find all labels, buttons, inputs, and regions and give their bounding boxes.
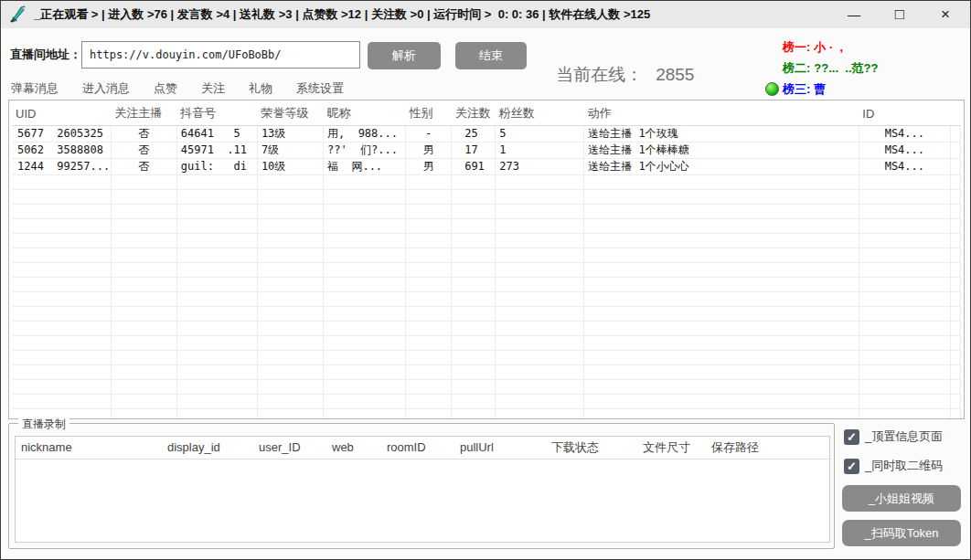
recording-groupbox: 直播录制 nickname display_id user_ID web roo…: [8, 423, 835, 549]
rank-2-value: ??... ..范??: [814, 60, 878, 77]
rank-3-label: 榜三:: [783, 81, 810, 98]
online-label: 当前在线：: [556, 65, 643, 84]
gift-table-panel: UID 关注主播 抖音号 荣誉等级 昵称 性别 关注数 粉丝数 动作 ID 56…: [8, 100, 965, 419]
table-row[interactable]: 1244 99257... 否 guil: di 10级 福 网... 男 69…: [12, 158, 961, 174]
end-button[interactable]: 结束: [455, 42, 527, 69]
empty-row: [12, 174, 961, 189]
col-gender[interactable]: 性别: [406, 102, 452, 125]
gift-table-header: UID 关注主播 抖音号 荣誉等级 昵称 性别 关注数 粉丝数 动作 ID: [12, 102, 961, 125]
scan-token-button[interactable]: _扫码取Token: [842, 520, 961, 546]
rank-2-label: 榜二:: [783, 60, 810, 77]
table-row[interactable]: 5062 3588808 否 45971 .11 7级 ??' 们?... 男 …: [12, 142, 961, 158]
rank-1-row: 榜一: 小 · ,: [765, 37, 968, 58]
empty-row: [12, 291, 961, 306]
girl-video-button[interactable]: _小姐姐视频: [842, 485, 961, 512]
col-follow-anchor[interactable]: 关注主播: [111, 102, 176, 125]
window-controls: — □ ×: [831, 1, 968, 28]
col-rec-roomid[interactable]: roomID: [381, 437, 454, 459]
recording-legend: 直播录制: [18, 417, 69, 432]
col-honor-level[interactable]: 荣誉等级: [257, 102, 323, 125]
sword-icon: [9, 5, 27, 24]
col-rec-pullurl[interactable]: pullUrl: [454, 437, 546, 459]
empty-row: [12, 379, 961, 394]
qrcode-option: ✓ _同时取二维码: [844, 458, 943, 474]
col-rec-display-id[interactable]: display_id: [162, 437, 253, 459]
empty-row: [12, 306, 961, 321]
pin-info-option: ✓ _顶置信息页面: [844, 428, 943, 445]
online-count: 2855: [656, 65, 694, 84]
green-ball-icon: [765, 82, 779, 96]
rank-2-row: 榜二: ??... ..范??: [765, 58, 968, 79]
col-rec-nickname[interactable]: nickname: [16, 437, 162, 459]
pin-info-label: _顶置信息页面: [865, 428, 943, 445]
empty-row: [12, 365, 961, 379]
col-id[interactable]: ID: [859, 102, 950, 125]
empty-row: [12, 350, 961, 365]
recording-table: nickname display_id user_ID web roomID p…: [16, 437, 831, 460]
empty-row: [12, 394, 961, 408]
col-rec-download-status[interactable]: 下载状态: [546, 437, 637, 459]
col-fans-count[interactable]: 粉丝数: [496, 102, 584, 125]
qrcode-checkbox[interactable]: ✓: [844, 459, 859, 474]
window-title: _正在观看 > | 进入数 >76 | 发言数 >4 | 送礼数 >3 | 点赞…: [34, 6, 650, 23]
pin-info-checkbox[interactable]: ✓: [844, 429, 859, 445]
col-douyin-id[interactable]: 抖音号: [176, 102, 257, 125]
col-follow-count[interactable]: 关注数: [452, 102, 496, 125]
title-bar[interactable]: _正在观看 > | 进入数 >76 | 发言数 >4 | 送礼数 >3 | 点赞…: [1, 1, 970, 28]
col-nickname[interactable]: 昵称: [323, 102, 405, 125]
parse-button[interactable]: 解析: [368, 42, 441, 69]
empty-row: [12, 277, 961, 291]
empty-row: [12, 189, 961, 204]
col-action[interactable]: 动作: [584, 102, 859, 125]
gift-table: UID 关注主播 抖音号 荣誉等级 昵称 性别 关注数 粉丝数 动作 ID 56…: [12, 102, 961, 419]
empty-row: [12, 204, 961, 218]
table-row[interactable]: 5677 2605325 否 64641 5 13级 用, 988... - 2…: [12, 125, 961, 142]
room-url-label: 直播间地址：: [10, 47, 81, 63]
app-window: _正在观看 > | 进入数 >76 | 发言数 >4 | 送礼数 >3 | 点赞…: [0, 0, 971, 560]
recording-table-header: nickname display_id user_ID web roomID p…: [16, 437, 831, 459]
maximize-icon[interactable]: □: [877, 1, 923, 28]
room-url-input[interactable]: [81, 41, 360, 69]
empty-row: [12, 408, 961, 419]
col-rec-web[interactable]: web: [326, 437, 381, 459]
top-gifters-list: 榜一: 小 · , 榜二: ??... ..范?? 榜三: 曹: [765, 37, 968, 100]
col-rec-save-path[interactable]: 保存路径: [706, 437, 831, 459]
empty-row: [12, 248, 961, 262]
col-uid[interactable]: UID: [12, 102, 111, 125]
empty-row: [12, 262, 961, 277]
empty-row: [12, 218, 961, 233]
minimize-icon[interactable]: —: [831, 1, 877, 28]
qrcode-label: _同时取二维码: [865, 458, 943, 474]
close-icon[interactable]: ×: [923, 1, 968, 28]
rank-1-value: 小 · ,: [814, 39, 843, 56]
empty-row: [12, 335, 961, 350]
rank-3-row: 榜三: 曹: [765, 79, 968, 100]
empty-row: [12, 321, 961, 335]
col-rec-user-id[interactable]: user_ID: [253, 437, 326, 459]
online-counter: 当前在线：2855: [537, 43, 694, 107]
recording-table-wrap: nickname display_id user_ID web roomID p…: [15, 436, 830, 543]
col-rec-file-size[interactable]: 文件尺寸: [637, 437, 706, 459]
rank-3-value: 曹: [814, 81, 826, 98]
empty-row: [12, 233, 961, 248]
rank-1-label: 榜一:: [783, 39, 810, 56]
